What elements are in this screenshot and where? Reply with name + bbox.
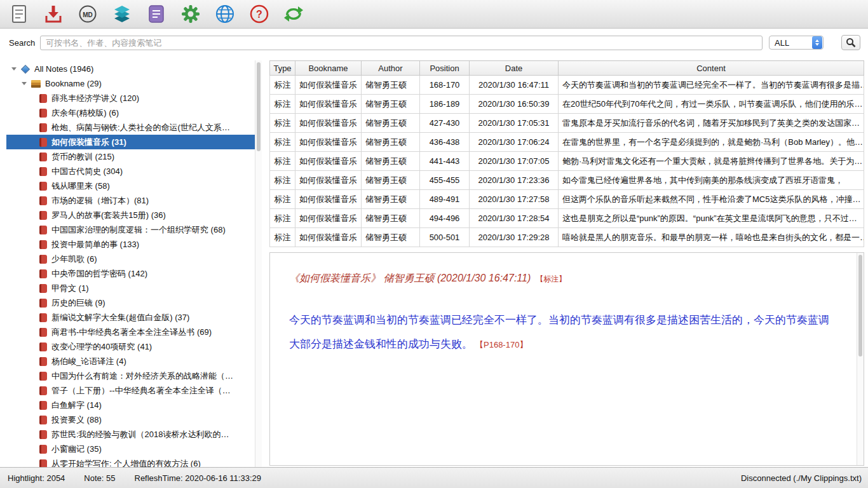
column-header[interactable]: Date	[470, 61, 559, 76]
note-cell[interactable]: 标注	[270, 114, 295, 133]
note-row[interactable]: 标注如何假装懂音乐储智勇王硕186-1892020/1/30 16:50:39在…	[270, 95, 864, 114]
note-cell[interactable]: 但这两个乐队的音乐听起来截然不同，性手枪沿袭了MC5这类乐队的风格，冲撞…	[559, 190, 864, 209]
note-cell[interactable]: 2020/1/30 17:23:36	[470, 171, 559, 190]
note-cell[interactable]: 标注	[270, 171, 295, 190]
note-cell[interactable]: 如何假装懂音乐	[295, 133, 362, 152]
column-header[interactable]: Author	[362, 61, 420, 76]
settings-button[interactable]	[179, 2, 202, 26]
note-cell[interactable]: 储智勇王硕	[362, 190, 420, 209]
disclosure-triangle-icon[interactable]	[22, 82, 27, 85]
note-cell[interactable]: 储智勇王硕	[362, 209, 420, 228]
sidebar-book-item[interactable]: 历史的巨镜 (9)	[6, 295, 255, 310]
sidebar-book-item[interactable]: 甲骨文 (1)	[6, 281, 255, 295]
sidebar-book-item[interactable]: 商君书-中华经典名著全本全注全译丛书 (69)	[6, 325, 255, 339]
sidebar-scrollbar[interactable]	[255, 60, 262, 467]
note-cell[interactable]: 储智勇王硕	[362, 152, 420, 171]
note-cell[interactable]: 168-170	[420, 76, 470, 95]
sidebar-book-item[interactable]: 改变心理学的40项研究 (41)	[6, 339, 255, 354]
note-cell[interactable]: 标注	[270, 95, 295, 114]
note-row[interactable]: 标注如何假装懂音乐储智勇王硕494-4962020/1/30 17:28:54这…	[270, 209, 864, 228]
sidebar-book-item[interactable]: 中国国家治理的制度逻辑：一个组织学研究 (68)	[6, 222, 255, 237]
note-row[interactable]: 标注如何假装懂音乐储智勇王硕455-4552020/1/30 17:23:36如…	[270, 171, 864, 190]
sidebar-item-all-notes[interactable]: All Notes (1946)	[6, 62, 255, 76]
scrollbar-thumb[interactable]	[858, 255, 862, 356]
note-cell[interactable]: 500-501	[420, 228, 470, 247]
sidebar-book-item[interactable]: 杨伯峻_论语译注 (4)	[6, 354, 255, 369]
note-cell[interactable]: 雷鬼原本是牙买加流行音乐的代名词，随着牙买加移民到了英美之类的发达国家…	[559, 114, 864, 133]
sidebar-book-item[interactable]: 中央帝国的哲学密码 (142)	[6, 266, 255, 281]
sidebar-book-item[interactable]: 薛兆丰经济学讲义 (120)	[6, 91, 255, 105]
note-cell[interactable]: 2020/1/30 16:47:11	[470, 76, 559, 95]
note-row[interactable]: 标注如何假装懂音乐储智勇王硕500-5012020/1/30 17:29:28嘻…	[270, 228, 864, 247]
note-cell[interactable]: 标注	[270, 190, 295, 209]
sidebar-book-item[interactable]: 货币的教训 (215)	[6, 149, 255, 164]
note-cell[interactable]: 2020/1/30 17:07:05	[470, 152, 559, 171]
column-header[interactable]: Position	[420, 61, 470, 76]
note-row[interactable]: 标注如何假装懂音乐储智勇王硕168-1702020/1/30 16:47:11今…	[270, 76, 864, 95]
note-cell[interactable]: 如何假装懂音乐	[295, 114, 362, 133]
note-cell[interactable]: 2020/1/30 17:29:28	[470, 228, 559, 247]
note-cell[interactable]: 2020/1/30 16:50:39	[470, 95, 559, 114]
note-cell[interactable]: 储智勇王硕	[362, 133, 420, 152]
column-header[interactable]: Content	[559, 61, 864, 76]
note-cell[interactable]: 441-443	[420, 152, 470, 171]
note-cell[interactable]: 2020/1/30 17:27:58	[470, 190, 559, 209]
note-cell[interactable]: 494-496	[420, 209, 470, 228]
note-cell[interactable]: 标注	[270, 209, 295, 228]
column-header[interactable]: Bookname	[295, 61, 362, 76]
note-cell[interactable]: 这也是朋克之所以是“punk”的原因。“punk”在英文里是流氓阿飞的意思，只不…	[559, 209, 864, 228]
sidebar-book-item[interactable]: 新编说文解字大全集(超值白金版) (37)	[6, 310, 255, 325]
column-header[interactable]: Type	[270, 61, 295, 76]
note-cell[interactable]: 嘻哈就是黑人的朋克音乐。和最早的朋克一样，嘻哈也是来自街头的文化，都是一…	[559, 228, 864, 247]
note-cell[interactable]: 如何假装懂音乐	[295, 228, 362, 247]
note-cell[interactable]: 储智勇王硕	[362, 171, 420, 190]
note-cell[interactable]: 储智勇王硕	[362, 228, 420, 247]
sidebar-book-item[interactable]: 苏世民:我的经验与教训（2018读桥水达利欧的…	[6, 427, 255, 442]
sidebar-book-item[interactable]: 罗马人的故事(套装共15册) (36)	[6, 208, 255, 222]
note-cell[interactable]: 鲍勃·马利对雷鬼文化还有一个重大贡献，就是将脏辫传播到了世界各地。关于为…	[559, 152, 864, 171]
note-cell[interactable]: 如今雷鬼已经传遍世界各地，其中传到南美的那条线演变成了西班牙语雷鬼，	[559, 171, 864, 190]
note-cell[interactable]: 如何假装懂音乐	[295, 209, 362, 228]
note-cell[interactable]: 在20世纪50年代到70年代之间，有过一类乐队，叫节奏蓝调乐队，他们使用的乐…	[559, 95, 864, 114]
sidebar-book-item[interactable]: 庆余年(精校版) (6)	[6, 105, 255, 120]
disclosure-triangle-icon[interactable]	[11, 67, 17, 71]
layers-export-button[interactable]	[111, 2, 133, 26]
note-cell[interactable]: 如何假装懂音乐	[295, 190, 362, 209]
search-input[interactable]	[40, 36, 763, 50]
sidebar-book-item[interactable]: 管子（上下册）--中华经典名著全本全注全译（…	[6, 383, 255, 398]
note-cell[interactable]: 2020/1/30 17:06:24	[470, 133, 559, 152]
note-cell[interactable]: 如何假装懂音乐	[295, 171, 362, 190]
help-button[interactable]: ?	[248, 2, 271, 26]
sidebar-book-item[interactable]: 白鱼解字 (14)	[6, 398, 255, 412]
web-button[interactable]	[214, 2, 236, 26]
note-cell[interactable]: 标注	[270, 152, 295, 171]
sidebar-book-item[interactable]: 钱从哪里来 (58)	[6, 179, 255, 193]
sidebar-book-item[interactable]: 从零开始学写作: 个人增值的有效方法 (6)	[6, 456, 255, 467]
sidebar-book-item[interactable]: 中国古代简史 (304)	[6, 164, 255, 179]
note-cell[interactable]: 储智勇王硕	[362, 114, 420, 133]
note-cell[interactable]: 在雷鬼的世界里，有一个名字是必须提到的，就是鲍勃·马利（Bob Marley）。…	[559, 133, 864, 152]
note-cell[interactable]: 436-438	[420, 133, 470, 152]
sidebar-book-item[interactable]: 枪炮、病菌与钢铁:人类社会的命运(世纪人文系…	[6, 120, 255, 135]
notes-button[interactable]	[8, 2, 31, 26]
sidebar-book-item[interactable]: 如何假装懂音乐 (31)	[6, 135, 255, 149]
note-cell[interactable]: 427-430	[420, 114, 470, 133]
note-cell[interactable]: 2020/1/30 17:28:54	[470, 209, 559, 228]
document-export-button[interactable]	[145, 2, 168, 26]
scrollbar-thumb[interactable]	[257, 62, 261, 151]
sidebar-book-item[interactable]: 少年凯歌 (6)	[6, 252, 255, 266]
sidebar-book-item[interactable]: 小窗幽记 (35)	[6, 442, 255, 456]
note-cell[interactable]: 455-455	[420, 171, 470, 190]
sidebar-book-item[interactable]: 中国为什么有前途：对外经济关系的战略潜能（…	[6, 369, 255, 383]
note-cell[interactable]: 储智勇王硕	[362, 76, 420, 95]
sidebar-book-item[interactable]: 投资中最简单的事 (133)	[6, 237, 255, 252]
note-cell[interactable]: 标注	[270, 76, 295, 95]
note-row[interactable]: 标注如何假装懂音乐储智勇王硕441-4432020/1/30 17:07:05鲍…	[270, 152, 864, 171]
filter-select[interactable]: ALL	[769, 36, 824, 50]
note-row[interactable]: 标注如何假装懂音乐储智勇王硕436-4382020/1/30 17:06:24在…	[270, 133, 864, 152]
note-cell[interactable]: 如何假装懂音乐	[295, 95, 362, 114]
note-cell[interactable]: 今天的节奏蓝调和当初的节奏蓝调已经完全不一样了。当初的节奏蓝调有很多是描…	[559, 76, 864, 95]
download-button[interactable]	[42, 2, 65, 26]
note-row[interactable]: 标注如何假装懂音乐储智勇王硕489-4912020/1/30 17:27:58但…	[270, 190, 864, 209]
note-cell[interactable]: 2020/1/30 17:05:31	[470, 114, 559, 133]
